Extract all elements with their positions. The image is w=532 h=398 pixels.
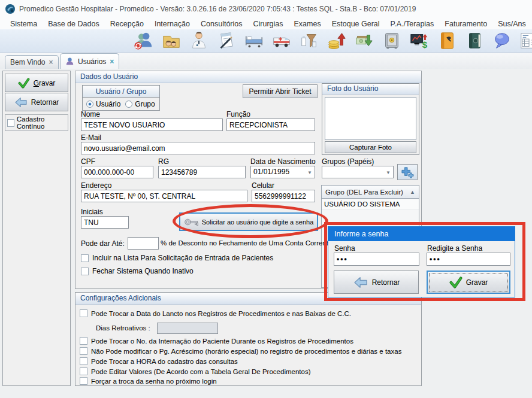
cpf-label: CPF <box>81 157 95 166</box>
desconto-input[interactable] <box>128 237 159 250</box>
tab-usuarios-close-icon[interactable]: × <box>110 57 114 66</box>
dias-retroativos-input[interactable] <box>157 323 218 334</box>
iniciais-label: Iniciais <box>81 208 103 216</box>
config-row-no-internacao: Pode Trocar o No. da Internação do Pacie… <box>80 337 353 345</box>
menu-sistema[interactable]: Sistema <box>5 20 43 28</box>
config-row-pg-acrescimo: Não Pode modificar o Pg. Acréscimo (horá… <box>80 347 401 355</box>
solicitar-senha-button[interactable]: Solicitar ao usuário que digite a senha <box>179 212 318 231</box>
foto-usuario-header: Foto do Usuário <box>322 84 419 95</box>
senha-input[interactable] <box>334 253 419 266</box>
report-form-icon[interactable] <box>519 31 532 51</box>
config-row-forcar-troca-senha: Forçar a troca da senha no próximo login <box>80 377 217 385</box>
email-input[interactable] <box>81 142 315 154</box>
add-grupo-button[interactable] <box>397 164 418 180</box>
users-sync-icon[interactable] <box>133 31 154 51</box>
action-sidebar: Gravar Retornar Cadastro Contínuo <box>2 71 71 386</box>
ambulance-icon[interactable] <box>271 31 292 51</box>
tab-usuarios-label: Usuários <box>78 57 106 66</box>
gravar-button[interactable]: Gravar <box>5 74 68 92</box>
funcao-input[interactable] <box>226 119 315 131</box>
rg-label: RG <box>158 157 169 166</box>
permitir-abrir-ticket-label: Permitir Abrir Ticket <box>249 87 311 96</box>
cpf-input[interactable] <box>81 166 153 178</box>
iniciais-input[interactable] <box>81 216 129 229</box>
chat-icon[interactable] <box>491 31 512 51</box>
radio-usuario[interactable] <box>86 101 93 108</box>
foto-preview <box>325 97 416 140</box>
check-icon <box>449 277 463 288</box>
desconto-suffix-label: % de Desconto no Fechamento de Uma Conta… <box>161 239 332 247</box>
menu-internacao[interactable]: Internação <box>149 20 195 28</box>
financial-charts-icon[interactable]: $ <box>409 31 430 51</box>
tab-strip: Bem Vindo × Usuários × <box>0 53 532 69</box>
sort-asc-icon[interactable]: ▲ <box>410 189 415 195</box>
redigite-senha-input[interactable] <box>427 253 510 266</box>
cash-out-icon[interactable] <box>353 31 374 51</box>
permitir-abrir-ticket-button[interactable]: Permitir Abrir Ticket <box>243 84 318 98</box>
tab-bem-vindo-close-icon[interactable]: × <box>49 58 53 66</box>
retornar-button[interactable]: Retornar <box>5 93 68 111</box>
senha-label: Senha <box>334 244 355 253</box>
rg-input[interactable] <box>158 166 246 178</box>
svg-text:$: $ <box>422 40 427 50</box>
capturar-foto-button[interactable]: Capturar Foto <box>325 141 416 153</box>
menu-pa-terapias[interactable]: P.A./Terapias <box>385 20 440 28</box>
doctor-icon[interactable] <box>188 31 209 51</box>
nome-input[interactable] <box>81 119 223 131</box>
grupo-list-item[interactable]: USUÁRIO DO SISTEMA <box>322 199 419 210</box>
menu-consultorios[interactable]: Consultórios <box>195 20 247 28</box>
grupos-papeis-label: Grupos (Papéis) <box>322 157 374 166</box>
ledger-book-icon[interactable] <box>464 31 485 51</box>
menu-exames[interactable]: Exames <box>289 20 327 28</box>
nascimento-combo[interactable]: 01/01/1995 ▼ <box>250 166 315 178</box>
celular-input[interactable] <box>252 190 315 202</box>
menu-faturamento[interactable]: Faturamento <box>439 20 492 28</box>
app-logo-icon <box>5 4 16 14</box>
toolbar: $ <box>0 29 532 53</box>
informe-senha-dialog: Informe a senha Senha Redigite a Senha R… <box>328 226 515 297</box>
tab-bem-vindo[interactable]: Bem Vindo × <box>5 55 59 69</box>
menu-cirurgias[interactable]: Cirurgias <box>248 20 289 28</box>
grupo-list-header[interactable]: Grupo (DEL Para Excluir) ▲ <box>321 185 419 199</box>
phone-directory-icon[interactable] <box>436 31 457 51</box>
pg-acrescimo-checkbox[interactable] <box>80 347 87 355</box>
cadastro-continuo-checkbox[interactable] <box>7 119 14 127</box>
staff-records-icon[interactable] <box>161 31 182 51</box>
menu-base-de-dados[interactable]: Base de Dados <box>43 20 104 28</box>
menu-sus-ans[interactable]: Sus/Ans <box>492 20 531 28</box>
no-internacao-checkbox[interactable] <box>80 337 87 345</box>
cash-in-icon[interactable] <box>326 31 347 51</box>
add-plus-icon <box>401 166 414 178</box>
tab-usuarios[interactable]: Usuários × <box>60 53 119 69</box>
forcar-troca-senha-checkbox[interactable] <box>80 377 87 385</box>
hora-cadastro-checkbox[interactable] <box>80 357 87 365</box>
fechar-sistema-checkbox[interactable] <box>81 268 89 275</box>
hospital-bed-icon[interactable] <box>243 31 264 51</box>
menu-bar: Sistema Base de Dados Recepção Internaçã… <box>0 18 532 29</box>
config-row-data-lancto: Pode Trocar a Data do Lancto nos Registr… <box>80 309 351 317</box>
prescription-icon[interactable] <box>216 31 237 51</box>
pharmacy-supplies-icon[interactable] <box>298 31 319 51</box>
radio-grupo[interactable] <box>125 101 132 108</box>
data-lancto-checkbox[interactable] <box>80 309 87 317</box>
celular-label: Celular <box>252 181 274 190</box>
retornar-label: Retornar <box>31 98 59 107</box>
grupos-papeis-combo[interactable]: ▼ <box>322 166 394 178</box>
pw-retornar-button[interactable]: Retornar <box>334 271 419 294</box>
menu-recepcao[interactable]: Recepção <box>105 20 149 28</box>
cadastro-continuo-row: Cadastro Contínuo <box>5 114 68 131</box>
email-label: E-Mail <box>81 133 101 142</box>
pw-gravar-button[interactable]: Gravar <box>427 271 510 294</box>
editar-valores-checkbox[interactable] <box>80 367 87 375</box>
endereco-input[interactable] <box>81 190 247 202</box>
chevron-down-icon[interactable]: ▼ <box>386 169 391 175</box>
check-icon <box>18 78 30 89</box>
editar-valores-label: Pode Editar Valores (De Acordo com a Tab… <box>91 368 310 375</box>
incluir-lista-checkbox[interactable] <box>81 254 89 262</box>
config-row-editar-valores: Pode Editar Valores (De Acordo com a Tab… <box>80 367 310 375</box>
menu-estoque-geral[interactable]: Estoque Geral <box>327 20 385 28</box>
safe-vault-icon[interactable] <box>381 31 402 51</box>
dias-retroativos-label: Dias Retroativos : <box>96 324 150 332</box>
chevron-down-icon[interactable]: ▼ <box>307 167 312 177</box>
back-arrow-icon <box>353 277 368 288</box>
